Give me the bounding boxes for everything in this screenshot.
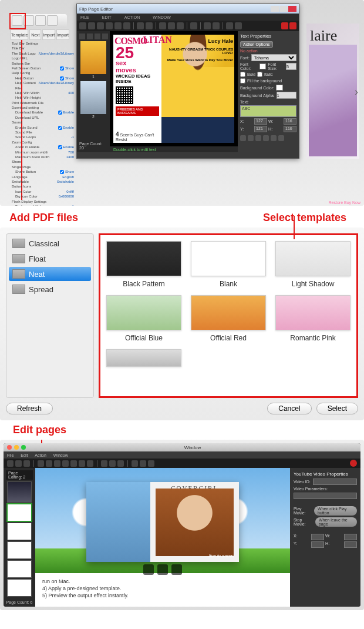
button-tool-icon[interactable]: [87, 460, 93, 467]
pointer-tool-icon[interactable]: [7, 460, 14, 467]
next-icon[interactable]: [171, 564, 182, 575]
shape-tool-icon[interactable]: [123, 22, 130, 29]
select-button[interactable]: Select: [316, 403, 358, 414]
page-thumbnail[interactable]: [8, 561, 31, 577]
delete-tool-icon[interactable]: [117, 460, 124, 467]
font-size-input[interactable]: [286, 63, 296, 70]
image-tool-icon[interactable]: [23, 460, 30, 467]
setting-row[interactable]: Share: [11, 159, 75, 164]
close-panel-icon[interactable]: [350, 460, 357, 467]
page-thumbnail[interactable]: [8, 482, 31, 502]
h-input[interactable]: 116: [284, 126, 296, 132]
setting-row[interactable]: SwitchableSwitchable: [11, 179, 75, 184]
page-thumbnail[interactable]: 2: [80, 81, 106, 119]
pointer-tool-icon[interactable]: [79, 22, 86, 29]
toolbar-button[interactable]: [35, 15, 46, 26]
align-right-icon[interactable]: [255, 135, 261, 141]
menu-edit[interactable]: Edit: [21, 453, 28, 457]
setting-row[interactable]: Full Screen Button Show: [11, 66, 75, 71]
video-tool-icon[interactable]: [62, 460, 69, 467]
youtube-tool-icon[interactable]: [177, 22, 184, 29]
chevron-right-icon[interactable]: ›: [355, 86, 358, 98]
page-thumbnail[interactable]: [8, 523, 31, 540]
video-params-input[interactable]: [294, 493, 357, 499]
align-center-icon[interactable]: [248, 135, 254, 141]
setting-row[interactable]: Minimum zoom width700: [11, 150, 75, 155]
undo-icon[interactable]: [204, 22, 211, 29]
music-tool-icon[interactable]: [54, 460, 60, 467]
menu-edit[interactable]: EDIT: [102, 15, 112, 19]
setting-row[interactable]: Maximum zoom width1400: [11, 155, 75, 159]
template-item[interactable]: Romantic Pink: [275, 295, 350, 342]
traffic-minimize-icon[interactable]: [14, 445, 19, 450]
flash-tool-icon[interactable]: [168, 22, 175, 29]
zoom-out-icon[interactable]: [140, 460, 146, 467]
link-tool-icon[interactable]: [46, 460, 52, 467]
x-input[interactable]: [311, 534, 324, 540]
page-thumbnail[interactable]: 1: [80, 41, 106, 79]
setting-row[interactable]: Sound Loops-1: [11, 135, 75, 139]
stop-movie-select[interactable]: When leave the page: [315, 517, 357, 527]
page-thumbnail[interactable]: [8, 504, 31, 521]
template-item[interactable]: Black Pattern: [106, 241, 181, 288]
setting-row[interactable]: Help Win Height: [11, 95, 75, 100]
template-item[interactable]: [106, 349, 181, 370]
font-color-swatch[interactable]: [259, 63, 266, 69]
setting-row[interactable]: Sound: [11, 120, 75, 125]
cancel-button[interactable]: Cancel: [267, 403, 311, 414]
template-category-classical[interactable]: Classical: [9, 236, 91, 250]
w-input[interactable]: 116: [284, 118, 296, 125]
window-close-icon[interactable]: [288, 6, 296, 12]
fit-icon[interactable]: [148, 460, 154, 467]
font-select[interactable]: Tahoma: [251, 54, 296, 61]
zoom-icon[interactable]: [226, 22, 233, 29]
setting-row[interactable]: Big Icon Color0x000000: [11, 194, 75, 199]
menu-file[interactable]: FILE: [80, 15, 89, 19]
setting-row[interactable]: Enable Sound Enable: [11, 125, 75, 130]
layer-tool-icon[interactable]: [159, 22, 166, 29]
toolbar-button[interactable]: [23, 15, 34, 26]
setting-row[interactable]: Print Watermark File: [11, 101, 75, 105]
thumb-next-icon[interactable]: [102, 34, 108, 39]
window-maximize-icon[interactable]: [279, 6, 288, 12]
setting-row[interactable]: Download Enable Enable: [11, 110, 75, 115]
stop-icon[interactable]: [289, 22, 296, 29]
refresh-button[interactable]: Refresh: [6, 403, 53, 414]
setting-row[interactable]: The Book Logo/Users/dendie3/Library: [11, 51, 75, 56]
template-category-neat[interactable]: Neat: [9, 267, 91, 281]
video-id-input[interactable]: [313, 479, 357, 485]
setting-row[interactable]: Logo URL: [11, 56, 75, 61]
template-category-spread[interactable]: Spread: [9, 282, 91, 296]
bg-color-swatch[interactable]: [276, 85, 283, 91]
template-item[interactable]: Official Red: [191, 295, 266, 342]
setting-row[interactable]: Help Config: [11, 71, 75, 75]
h-input[interactable]: [344, 541, 357, 548]
bold-checkbox[interactable]: [240, 72, 245, 77]
setting-row[interactable]: Help Button Show: [11, 76, 75, 81]
setting-row[interactable]: Tool Bar Settings: [11, 41, 75, 46]
play-movie-select[interactable]: When click Play button: [314, 506, 357, 516]
align-top-icon[interactable]: [263, 135, 269, 141]
traffic-close-icon[interactable]: [7, 445, 12, 450]
y-input[interactable]: 121: [254, 126, 267, 132]
page-thumbnail[interactable]: [8, 542, 31, 558]
import-button[interactable]: Import: [42, 29, 55, 40]
menu-window[interactable]: Window: [53, 453, 68, 457]
setting-row[interactable]: Button Icons: [11, 184, 75, 189]
setting-row[interactable]: Buttons Bar: [11, 61, 75, 66]
page-thumbnail[interactable]: [8, 580, 31, 596]
thumb-down-icon[interactable]: [95, 34, 100, 39]
menu-window[interactable]: WINDOW: [153, 15, 171, 19]
thumb-up-icon[interactable]: [87, 34, 93, 39]
setting-row[interactable]: Icon Color0xffff: [11, 189, 75, 194]
setting-row[interactable]: LanguageEnglish: [11, 175, 75, 179]
y-input[interactable]: [311, 541, 324, 548]
bg-alpha-input[interactable]: [277, 92, 296, 99]
setting-row[interactable]: Download URL: [11, 115, 75, 120]
text-content-input[interactable]: ABC: [240, 105, 296, 117]
buy-now-link[interactable]: Restore Buy Now: [329, 200, 360, 205]
setting-row[interactable]: Zoom Config: [11, 140, 75, 145]
setting-row[interactable]: Single Page: [11, 165, 75, 169]
fit-icon[interactable]: [235, 22, 242, 29]
setting-row[interactable]: Flash Display Settings: [11, 199, 75, 204]
